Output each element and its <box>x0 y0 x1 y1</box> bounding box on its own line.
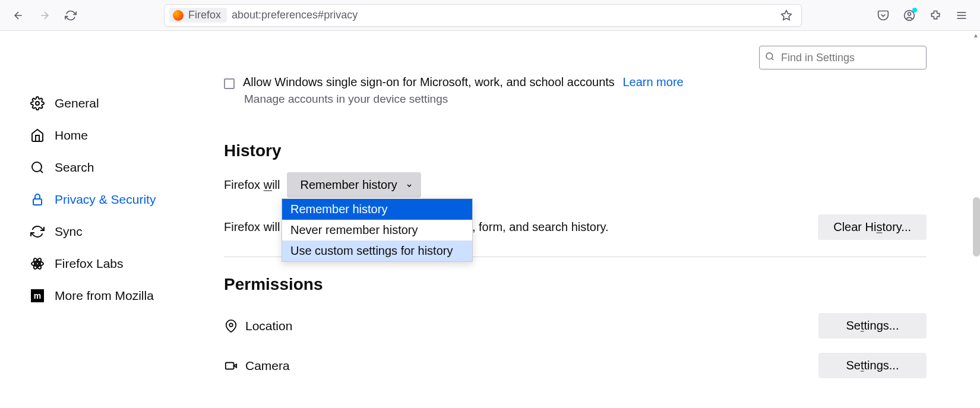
main: General Home Search Privacy & Security S… <box>0 31 980 408</box>
sidebar-item-label: More from Mozilla <box>55 289 154 303</box>
sso-label: Allow Windows single sign-on for Microso… <box>243 75 615 88</box>
reload-button[interactable] <box>61 5 81 26</box>
firefox-will-label: Firefox will <box>224 178 280 192</box>
sync-icon <box>30 224 45 239</box>
chevron-down-icon <box>406 178 413 192</box>
svg-line-8 <box>40 170 43 173</box>
sso-description: Manage accounts in your device settings <box>244 93 927 106</box>
dropdown-option-remember[interactable]: Remember history <box>282 199 472 220</box>
star-icon <box>780 10 792 21</box>
firefox-logo-icon <box>173 10 184 21</box>
history-mode-row: Firefox will Remember history Remember h… <box>224 172 927 198</box>
dropdown-option-never[interactable]: Never remember history <box>282 220 472 241</box>
pocket-button[interactable] <box>873 5 893 26</box>
atom-icon <box>30 256 45 271</box>
bookmark-star-button[interactable] <box>776 5 796 26</box>
sso-checkbox-row[interactable]: Allow Windows single sign-on for Microso… <box>224 75 927 89</box>
sidebar-item-mozilla[interactable]: m More from Mozilla <box>30 280 205 312</box>
dropdown-selected-label: Remember history <box>300 178 397 191</box>
content: Allow Windows single sign-on for Microso… <box>205 46 980 385</box>
permission-label: Location <box>245 319 292 333</box>
account-button[interactable] <box>899 5 919 26</box>
svg-point-2 <box>908 12 911 15</box>
search-icon <box>30 160 45 175</box>
camera-settings-button[interactable]: Settings... <box>818 353 927 378</box>
history-heading: History <box>224 141 927 160</box>
sidebar: General Home Search Privacy & Security S… <box>0 31 205 408</box>
location-settings-button[interactable]: Settings... <box>818 313 927 339</box>
hamburger-icon <box>956 10 968 21</box>
permission-row-camera: Camera Settings... <box>224 346 927 385</box>
sidebar-item-label: Privacy & Security <box>55 192 156 207</box>
arrow-right-icon <box>39 10 50 21</box>
gear-icon <box>30 96 45 111</box>
sidebar-item-label: General <box>55 96 99 110</box>
camera-icon <box>224 359 238 373</box>
reload-icon <box>65 10 77 21</box>
svg-marker-0 <box>782 10 792 20</box>
history-mode-menu: Remember history Never remember history … <box>282 198 473 262</box>
scrollbar-thumb[interactable] <box>973 197 980 257</box>
sidebar-item-label: Firefox Labs <box>55 257 124 271</box>
content-wrap: ▲ Allow Windows single sign-on for Micro… <box>205 31 980 408</box>
browser-toolbar: Firefox about:preferences#privacy <box>0 0 980 31</box>
search-container <box>759 46 927 69</box>
location-icon <box>224 319 238 333</box>
extensions-button[interactable] <box>925 5 946 26</box>
sidebar-item-general[interactable]: General <box>30 87 205 119</box>
sidebar-item-label: Sync <box>55 224 83 239</box>
permission-label: Camera <box>245 359 290 373</box>
sidebar-item-home[interactable]: Home <box>30 119 205 151</box>
svg-point-14 <box>766 53 773 59</box>
find-in-settings-input[interactable] <box>759 46 927 69</box>
url-text: about:preferences#privacy <box>232 9 772 21</box>
identity-box[interactable]: Firefox <box>169 8 227 23</box>
home-icon <box>30 128 45 143</box>
svg-point-6 <box>36 102 39 105</box>
arrow-left-icon <box>12 10 24 21</box>
sidebar-item-privacy[interactable]: Privacy & Security <box>30 184 205 216</box>
back-button[interactable] <box>8 5 29 26</box>
permission-row-location: Location Settings... <box>224 306 927 346</box>
search-icon <box>765 52 774 64</box>
sidebar-item-labs[interactable]: Firefox Labs <box>30 248 205 280</box>
permissions-heading: Permissions <box>224 275 927 294</box>
learn-more-link[interactable]: Learn more <box>622 75 683 88</box>
pocket-icon <box>877 10 889 21</box>
url-bar[interactable]: Firefox about:preferences#privacy <box>164 4 802 27</box>
sidebar-item-label: Search <box>55 160 94 175</box>
notification-dot-icon <box>912 8 917 12</box>
checkbox-icon[interactable] <box>224 78 235 89</box>
sidebar-item-sync[interactable]: Sync <box>30 216 205 248</box>
identity-label: Firefox <box>188 9 221 21</box>
scroll-up-button[interactable]: ▲ <box>972 31 980 39</box>
sidebar-item-label: Home <box>55 128 88 143</box>
mozilla-icon: m <box>30 288 45 303</box>
logins-section: Allow Windows single sign-on for Microso… <box>224 75 927 106</box>
dropdown-option-custom[interactable]: Use custom settings for history <box>282 241 472 261</box>
svg-point-7 <box>32 162 42 172</box>
svg-point-10 <box>36 262 39 265</box>
app-menu-button[interactable] <box>951 5 972 26</box>
svg-rect-17 <box>226 362 234 369</box>
svg-point-16 <box>229 323 233 327</box>
svg-line-15 <box>772 58 773 60</box>
sidebar-item-search[interactable]: Search <box>30 151 205 184</box>
svg-rect-9 <box>33 199 42 205</box>
clear-history-button[interactable]: Clear History... <box>818 214 927 240</box>
history-mode-dropdown[interactable]: Remember history <box>287 172 421 198</box>
lock-icon <box>30 192 45 207</box>
puzzle-icon <box>930 10 941 21</box>
forward-button[interactable] <box>34 5 55 26</box>
